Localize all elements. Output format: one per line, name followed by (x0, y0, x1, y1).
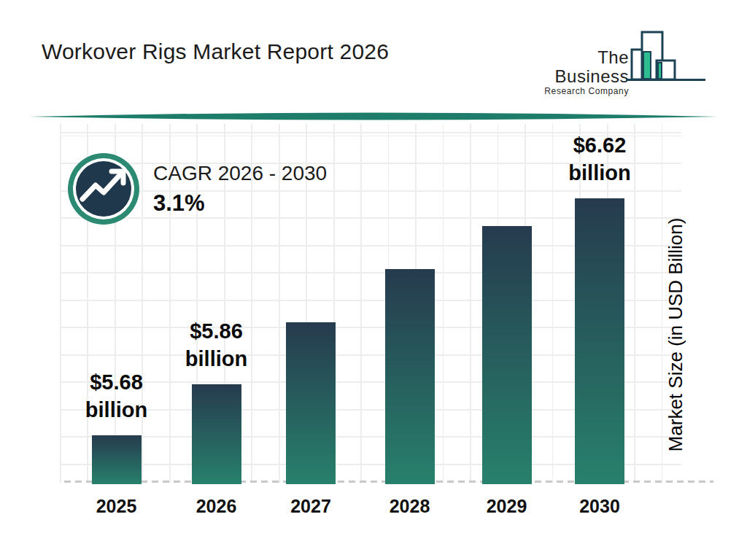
header-divider (29, 111, 718, 124)
company-logo: The Business Research Company (519, 48, 629, 96)
x-axis-tick-2027: 2027 (260, 496, 362, 517)
logo-text-secondary: Research Company (519, 86, 629, 96)
bar-value-label-2030: $6.62billion (534, 131, 665, 187)
x-axis-tick-2026: 2026 (166, 496, 268, 517)
x-axis-tick-2028: 2028 (359, 496, 461, 517)
bar-2030 (575, 198, 624, 484)
bar-2029 (482, 226, 532, 484)
y-axis-label: Market Size (in USD Billion) (665, 203, 688, 466)
bar-2025 (92, 435, 142, 484)
x-axis-tick-2030: 2030 (549, 496, 651, 517)
cagr-trend-icon (67, 152, 140, 225)
page-title: Workover Rigs Market Report 2026 (42, 39, 389, 64)
cagr-annotation: CAGR 2026 - 2030 3.1% (153, 161, 327, 217)
x-axis-tick-2025: 2025 (66, 496, 168, 517)
x-axis-tick-2029: 2029 (456, 496, 558, 517)
cagr-label: CAGR 2026 - 2030 (153, 161, 327, 186)
bar-2026 (192, 384, 241, 484)
cagr-value: 3.1% (153, 190, 327, 217)
bar-value-label-2026: $5.86billion (151, 317, 282, 373)
bar-2028 (385, 269, 435, 484)
logo-text-primary: The Business (519, 48, 629, 86)
bar-value-label-2025: $5.68billion (51, 368, 182, 424)
bar-2027 (286, 322, 336, 484)
logo-buildings-icon (622, 22, 709, 85)
